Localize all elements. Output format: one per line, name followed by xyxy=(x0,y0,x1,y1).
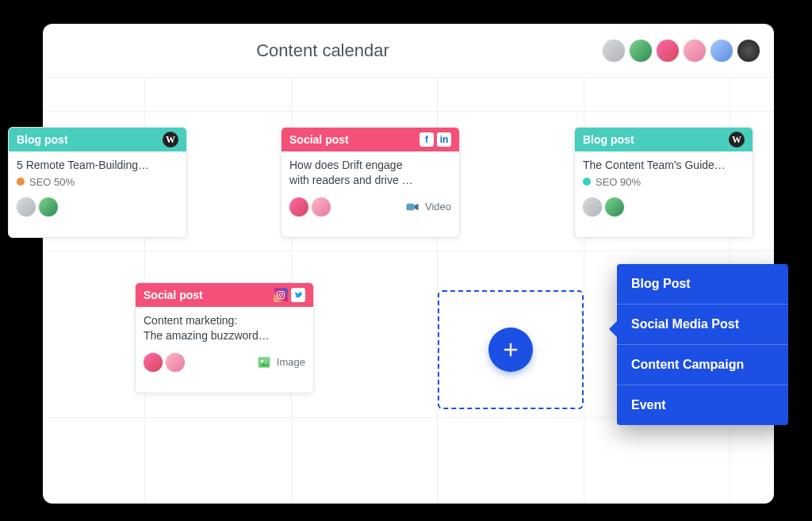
wordpress-icon: W xyxy=(729,132,745,147)
assignees xyxy=(144,353,256,372)
card-type-label: Social post xyxy=(289,133,419,146)
assignees xyxy=(17,197,178,216)
assignees xyxy=(289,197,404,216)
facebook-icon: f xyxy=(419,132,434,147)
network-icons: f in xyxy=(419,132,451,147)
card-blog-post[interactable]: Blog post W The Content Team's Guide… SE… xyxy=(574,127,753,238)
card-title-line: with readers and drive … xyxy=(289,174,413,186)
avatar[interactable] xyxy=(657,40,679,62)
avatar[interactable] xyxy=(605,197,624,216)
header: Content calendar xyxy=(43,24,774,78)
menu-item-event[interactable]: Event xyxy=(617,385,788,425)
avatar[interactable] xyxy=(583,197,602,216)
linkedin-icon: in xyxy=(437,132,451,147)
card-title-line: How does Drift engage xyxy=(289,159,402,171)
card-type-label: Blog post xyxy=(583,133,729,146)
card-body: How does Drift engage with readers and d… xyxy=(282,151,459,193)
avatar[interactable] xyxy=(166,353,185,372)
avatar[interactable] xyxy=(289,197,308,216)
avatar[interactable] xyxy=(603,40,625,62)
seo-row: SEO 90% xyxy=(583,176,745,188)
card-type-label: Social post xyxy=(144,289,274,301)
media-label: Image xyxy=(277,356,305,368)
image-icon xyxy=(256,354,272,370)
add-menu-popover: Blog Post Social Media Post Content Camp… xyxy=(617,264,788,425)
media-tag: Image xyxy=(256,354,305,370)
card-header: Social post xyxy=(136,283,313,307)
svg-point-3 xyxy=(282,293,283,293)
card-title: How does Drift engage with readers and d… xyxy=(289,158,451,188)
card-social-post[interactable]: Social post f in How does Drift engage w… xyxy=(281,127,460,238)
grid-line xyxy=(43,251,774,251)
card-footer xyxy=(575,193,753,224)
avatar[interactable] xyxy=(710,40,733,62)
svg-point-2 xyxy=(279,293,282,297)
card-title: Content marketing: The amazing buzzword… xyxy=(144,313,305,343)
assignees xyxy=(583,197,745,216)
card-footer: Video xyxy=(282,193,459,224)
network-icons xyxy=(274,288,305,302)
header-avatars xyxy=(603,40,774,62)
menu-item-social-media-post[interactable]: Social Media Post xyxy=(617,305,788,345)
avatar[interactable] xyxy=(144,353,163,372)
avatar[interactable] xyxy=(684,40,706,62)
add-drop-zone[interactable] xyxy=(438,290,584,409)
avatar[interactable] xyxy=(17,197,36,216)
seo-dot-icon xyxy=(17,178,25,186)
card-footer xyxy=(9,193,186,224)
menu-item-blog-post[interactable]: Blog Post xyxy=(617,264,788,305)
card-title: 5 Remote Team-Building… xyxy=(17,158,178,173)
add-button[interactable] xyxy=(488,328,533,372)
avatar[interactable] xyxy=(39,197,58,216)
avatar[interactable] xyxy=(312,197,331,216)
video-icon xyxy=(404,199,420,215)
card-blog-post[interactable]: Blog post W 5 Remote Team-Building… SEO … xyxy=(8,127,187,238)
card-body: Content marketing: The amazing buzzword… xyxy=(136,307,313,348)
seo-row: SEO 50% xyxy=(17,176,178,188)
media-label: Video xyxy=(425,201,451,213)
avatar[interactable] xyxy=(737,40,760,62)
grid-line xyxy=(43,111,774,112)
card-header: Blog post W xyxy=(9,128,186,151)
avatar[interactable] xyxy=(630,40,652,62)
svg-point-5 xyxy=(261,359,263,362)
card-title-line: Content marketing: xyxy=(144,314,237,327)
media-tag: Video xyxy=(404,199,451,215)
seo-label: SEO 50% xyxy=(29,176,75,188)
card-type-label: Blog post xyxy=(17,133,163,146)
page-title: Content calendar xyxy=(43,40,603,61)
card-header: Social post f in xyxy=(282,128,459,151)
card-social-post[interactable]: Social post Content marketing: The amazi… xyxy=(135,282,314,393)
menu-item-content-campaign[interactable]: Content Campaign xyxy=(617,345,788,385)
card-title: The Content Team's Guide… xyxy=(583,158,745,173)
svg-rect-0 xyxy=(406,204,414,210)
seo-label: SEO 90% xyxy=(596,176,641,188)
card-body: The Content Team's Guide… SEO 90% xyxy=(575,151,753,193)
card-header: Blog post W xyxy=(575,128,753,151)
instagram-icon xyxy=(274,288,288,302)
card-body: 5 Remote Team-Building… SEO 50% xyxy=(9,151,186,193)
card-footer: Image xyxy=(136,348,313,380)
card-title-line: The amazing buzzword… xyxy=(144,329,270,342)
wordpress-icon: W xyxy=(163,132,178,147)
twitter-icon xyxy=(291,288,305,302)
seo-dot-icon xyxy=(583,178,591,186)
plus-icon xyxy=(500,339,522,361)
